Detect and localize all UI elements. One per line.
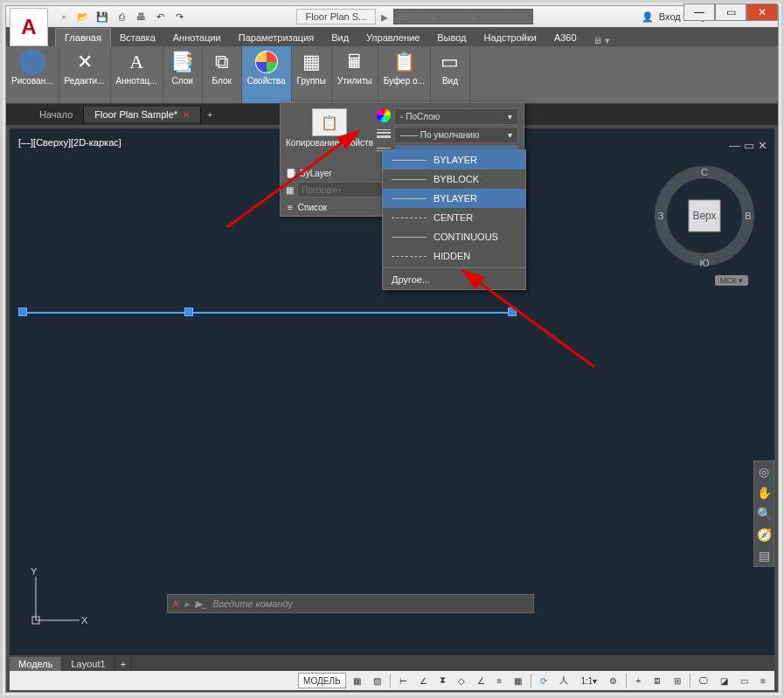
minimize-button[interactable]: — <box>683 3 715 21</box>
add-tab-button[interactable]: + <box>201 109 219 120</box>
lineweight-dropdown[interactable]: —— По умолчанию▾ <box>394 127 518 143</box>
match-properties-icon[interactable]: 📋 <box>312 108 347 136</box>
vp-maximize-icon[interactable]: ▭ <box>744 139 754 152</box>
isodraft-icon[interactable]: ⧗ <box>434 673 451 688</box>
panel-modify[interactable]: ✕Редакти... <box>59 46 111 103</box>
panel-clipboard[interactable]: 📋Буфер о... <box>378 46 431 103</box>
svg-text:Ю: Ю <box>699 258 709 268</box>
linetype-option[interactable]: CENTER <box>383 208 525 227</box>
ucs-badge[interactable]: МСК▾ <box>715 275 748 286</box>
open-icon[interactable]: 📂 <box>74 8 92 25</box>
app-menu-button[interactable]: A <box>10 8 48 46</box>
linetype-option[interactable]: HIDDEN <box>383 246 525 266</box>
viewport-label[interactable]: [—][Сверху][2D-каркас] <box>18 137 121 148</box>
showmotion-icon[interactable]: ▤ <box>759 549 770 563</box>
quickprops-icon[interactable]: 🗏 <box>648 673 667 688</box>
maximize-button[interactable]: ▭ <box>715 3 746 21</box>
model-space-button[interactable]: МОДЕЛЬ <box>298 673 345 688</box>
saveas-icon[interactable]: ⎙ <box>113 8 130 25</box>
panel-groups[interactable]: ▦Группы <box>292 46 332 103</box>
selected-line[interactable] <box>18 312 512 314</box>
annotation-scale-icon[interactable]: 人 <box>554 673 573 688</box>
undo-icon[interactable]: ↶ <box>151 8 169 25</box>
save-icon[interactable]: 💾 <box>94 8 111 25</box>
print-icon[interactable]: 🖶 <box>132 8 149 25</box>
groups-icon: ▦ <box>297 49 325 75</box>
snap-icon[interactable]: ▨ <box>368 673 386 688</box>
zoom-icon[interactable]: 🔍 <box>757 507 772 521</box>
vp-close-icon[interactable]: ✕ <box>758 139 767 152</box>
linetype-other[interactable]: Другое... <box>383 270 525 289</box>
panel-properties[interactable]: Свойства <box>242 46 292 103</box>
lineweight-icon <box>377 127 391 143</box>
layout-tab-model[interactable]: Модель <box>10 657 62 671</box>
annoscale-dropdown[interactable]: 1:1 ▾ <box>575 673 602 688</box>
panel-layers[interactable]: 📑Слои <box>163 46 203 103</box>
color-dropdown[interactable]: ▫ ПоСлою▾ <box>394 108 518 125</box>
cycling-icon[interactable]: ⟳ <box>535 673 552 688</box>
lineweight-toggle-icon[interactable]: ≡ <box>492 673 508 688</box>
isolate-icon[interactable]: ◪ <box>715 673 733 688</box>
hardware-accel-icon[interactable]: 🖵 <box>694 673 713 688</box>
quick-access-toolbar: ▫ 📂 💾 ⎙ 🖶 ↶ ↷ <box>55 8 188 25</box>
grip-mid[interactable] <box>184 308 193 316</box>
file-tab-active[interactable]: Floor Plan Sample*✕ <box>84 107 201 122</box>
cleanscreen-icon[interactable]: ▭ <box>735 673 753 688</box>
tab-manage[interactable]: Управление <box>357 29 428 46</box>
add-layout-button[interactable]: + <box>115 657 132 671</box>
grip-end[interactable] <box>508 308 517 316</box>
search-input[interactable] <box>393 9 533 24</box>
redo-icon[interactable]: ↷ <box>170 8 188 25</box>
tab-a360[interactable]: A360 <box>545 29 586 46</box>
linetype-option[interactable]: BYLAYER <box>383 189 525 208</box>
tab-output[interactable]: Вывод <box>428 29 475 46</box>
new-icon[interactable]: ▫ <box>55 8 73 25</box>
panel-utilities[interactable]: 🖩Утилиты <box>332 46 378 103</box>
layout-tab-layout1[interactable]: Layout1 <box>62 657 114 671</box>
tab-annotate[interactable]: Аннотации <box>164 29 230 46</box>
pan-icon[interactable]: ✋ <box>757 486 772 500</box>
tab-insert[interactable]: Вставка <box>111 29 164 46</box>
svg-text:С: С <box>701 167 708 177</box>
viewcube-face-label[interactable]: Верх <box>692 210 716 222</box>
cmdline-close-icon[interactable]: ✕ <box>171 598 179 610</box>
featured-apps-icon[interactable]: 🖥 ▾ <box>593 35 610 46</box>
linetype-option[interactable]: CONTINUOUS <box>383 227 525 246</box>
transparency-toggle-icon[interactable]: ▦ <box>509 673 527 688</box>
cmdline-prompt-icon: ▶_ <box>195 598 207 610</box>
tab-addins[interactable]: Надстройки <box>475 29 545 46</box>
panel-draw[interactable]: Рисован... <box>6 46 59 103</box>
fullnav-icon[interactable]: ◎ <box>759 465 769 479</box>
tab-home[interactable]: Главная <box>55 28 111 46</box>
orbit-icon[interactable]: 🧭 <box>757 528 772 542</box>
list-icon: ≡ <box>288 203 293 212</box>
command-line[interactable]: ✕ ▸ ▶_ Введите команду <box>167 594 534 613</box>
file-tab-start[interactable]: Начало <box>29 107 84 122</box>
color-wheel-icon[interactable] <box>377 108 391 122</box>
close-icon[interactable]: ✕ <box>183 110 190 120</box>
panel-viewpanel[interactable]: ▭Вид <box>431 46 470 103</box>
tab-view[interactable]: Вид <box>323 29 357 46</box>
grid-icon[interactable]: ▦ <box>348 673 366 688</box>
ortho-icon[interactable]: ⊢ <box>394 673 413 688</box>
layers-icon: 📑 <box>169 49 197 75</box>
linetype-option[interactable]: BYLAYER <box>383 150 525 169</box>
login-icon[interactable]: 👤 <box>642 11 654 23</box>
polar-icon[interactable]: ∠ <box>414 673 433 688</box>
navigation-bar: ◎ ✋ 🔍 🧭 ▤ <box>753 460 774 567</box>
viewcube[interactable]: Верх С В Ю З <box>652 163 757 268</box>
linetype-option[interactable]: BYBLOCK <box>383 169 525 189</box>
vp-minimize-icon[interactable]: — <box>729 139 740 152</box>
workspace-icon[interactable]: + <box>630 673 646 688</box>
panel-annotation[interactable]: AАннотац... <box>111 46 163 103</box>
lock-ui-icon[interactable]: ⊞ <box>669 673 686 688</box>
panel-block[interactable]: ⧉Блок <box>203 46 242 103</box>
transparency-icon: ▦ <box>286 185 294 195</box>
grip-start[interactable] <box>18 308 27 316</box>
osnap-icon[interactable]: ◇ <box>453 673 470 688</box>
customize-icon[interactable]: ≡ <box>755 673 771 688</box>
close-button[interactable]: ✕ <box>746 3 778 21</box>
gear-icon[interactable]: ⚙ <box>604 673 622 688</box>
otrack-icon[interactable]: ∠ <box>472 673 490 688</box>
tab-param[interactable]: Параметризация <box>230 29 323 46</box>
